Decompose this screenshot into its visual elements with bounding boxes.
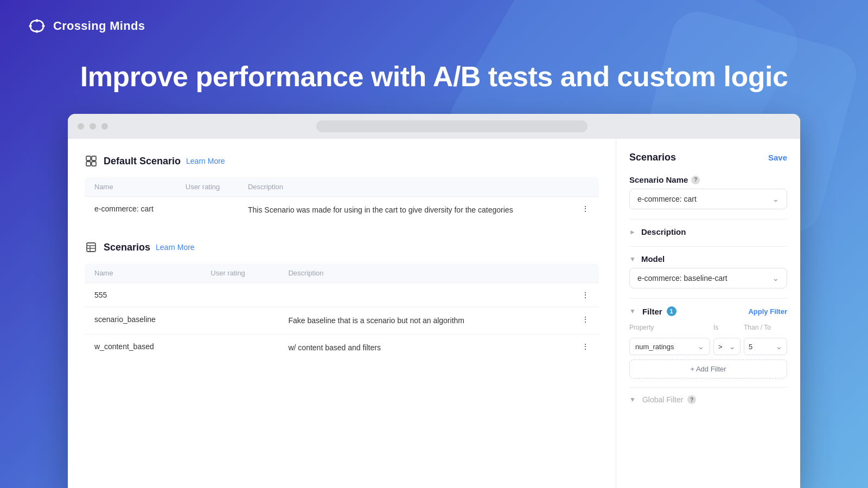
filter-property-value: num_ratings <box>635 343 674 351</box>
filter-is-header: Is <box>713 324 741 331</box>
model-value: e-commerce: baseline-cart <box>637 274 727 282</box>
row-more-btn-content[interactable]: ⋮ <box>560 335 599 362</box>
right-panel: Scenarios Save Scenario Name ? e-commerc… <box>616 139 800 488</box>
svg-point-1 <box>42 25 45 28</box>
scen-desc-baseline: Fake baseline that is a scenario but not… <box>278 307 559 335</box>
scenario-name-select[interactable]: e-commerce: cart ⌄ <box>629 189 787 209</box>
header: Crossing Minds Improve performance with … <box>0 0 868 93</box>
scenarios-table: Name User rating Description 555 ⋮ scen <box>84 263 599 362</box>
filter-row: num_ratings ⌄ > ⌄ 5 ⌄ <box>629 338 787 355</box>
browser-dot-1 <box>78 123 84 130</box>
scenarios-header: Scenarios Learn More <box>84 240 599 254</box>
filter-operator-arrow: ⌄ <box>729 342 736 351</box>
logo-text: Crossing Minds <box>53 19 145 33</box>
scenario-name-value: e-commerce: cart <box>637 195 697 203</box>
default-scenario-title: Default Scenario <box>104 156 181 167</box>
panel-title: Scenarios <box>629 152 676 163</box>
browser-url-bar <box>316 120 588 132</box>
global-filter-info-icon[interactable]: ? <box>687 395 696 404</box>
scenarios-title: Scenarios <box>104 242 150 253</box>
table-row: e-commerce: cart This Scenario was made … <box>85 197 599 224</box>
svg-rect-8 <box>87 243 95 252</box>
divider-3 <box>629 298 787 299</box>
filter-section: ▼ Filter 1 Apply Filter Property Is Than… <box>629 306 787 378</box>
svg-rect-7 <box>92 162 96 166</box>
row-more-btn-555[interactable]: ⋮ <box>560 283 599 307</box>
scen-rating-555 <box>201 283 278 307</box>
default-col-desc: Description <box>238 177 567 197</box>
filter-operator-value: > <box>718 343 723 351</box>
scen-rating-baseline <box>201 307 278 335</box>
model-section: ▼ Model e-commerce: baseline-cart ⌄ <box>629 254 787 288</box>
default-scenario-learn-more[interactable]: Learn More <box>186 157 225 165</box>
default-col-rating: User rating <box>176 177 238 197</box>
divider-1 <box>629 219 787 220</box>
scenario-name-label: Scenario Name <box>629 175 688 184</box>
default-scenario-table: Name User rating Description e-commerce:… <box>84 177 599 224</box>
save-button[interactable]: Save <box>768 153 787 162</box>
description-section: ► Description <box>629 227 787 236</box>
global-filter-expand-arrow: ▼ <box>629 396 636 403</box>
browser-bar <box>68 114 800 139</box>
filter-header: ▼ Filter 1 Apply Filter <box>629 306 787 316</box>
model-label-row[interactable]: ▼ Model <box>629 254 787 264</box>
panel-header: Scenarios Save <box>629 152 787 163</box>
filter-value-value: 5 <box>749 343 752 351</box>
svg-rect-4 <box>86 156 91 160</box>
scen-name-baseline: scenario_baseline <box>85 307 201 335</box>
svg-point-3 <box>36 30 39 33</box>
scen-name-content: w_content_based <box>85 335 201 362</box>
description-label-row[interactable]: ► Description <box>629 227 787 236</box>
filter-label-group: ▼ Filter 1 <box>629 306 676 316</box>
scen-name-555: 555 <box>85 283 201 307</box>
filter-value-select[interactable]: 5 ⌄ <box>744 338 787 355</box>
scenario-name-cell[interactable]: e-commerce: cart <box>85 197 176 224</box>
global-filter-label: Global Filter <box>642 395 683 404</box>
filter-badge: 1 <box>667 306 676 316</box>
filter-label: Filter <box>642 307 662 316</box>
svg-rect-5 <box>92 156 96 160</box>
svg-point-0 <box>29 25 32 28</box>
default-scenario-icon <box>84 154 98 168</box>
scen-desc-content: w/ content based and filters <box>278 335 559 362</box>
add-filter-button[interactable]: + Add Filter <box>629 359 787 378</box>
scen-col-rating: User rating <box>201 264 278 283</box>
model-label: Model <box>641 254 665 264</box>
filter-property-header: Property <box>629 324 710 331</box>
hero-title: Improve performance with A/B tests and c… <box>27 60 841 93</box>
scen-col-name: Name <box>85 264 201 283</box>
scenario-name-label-row: Scenario Name ? <box>629 175 787 184</box>
browser-window: Default Scenario Learn More Name User ra… <box>68 114 800 488</box>
table-row: 555 ⋮ <box>85 283 599 307</box>
filter-collapse-arrow: ▼ <box>629 307 636 315</box>
scen-col-desc: Description <box>278 264 559 283</box>
model-collapse-arrow: ▼ <box>629 255 636 263</box>
model-select[interactable]: e-commerce: baseline-cart ⌄ <box>629 268 787 288</box>
browser-content: Default Scenario Learn More Name User ra… <box>68 139 800 488</box>
filter-property-select[interactable]: num_ratings ⌄ <box>629 338 710 355</box>
scenario-name-info-icon[interactable]: ? <box>691 176 700 184</box>
row-more-btn-baseline[interactable]: ⋮ <box>560 307 599 335</box>
table-row: w_content_based w/ content based and fil… <box>85 335 599 362</box>
logo-icon <box>27 16 47 36</box>
row-more-btn[interactable]: ⋮ <box>567 197 599 224</box>
model-arrow: ⌄ <box>773 274 779 282</box>
browser-dot-3 <box>101 123 108 130</box>
scenario-name-arrow: ⌄ <box>773 195 779 203</box>
filter-property-arrow: ⌄ <box>698 342 704 351</box>
apply-filter-button[interactable]: Apply Filter <box>748 307 787 316</box>
filter-value-arrow: ⌄ <box>776 342 782 351</box>
default-col-name: Name <box>85 177 176 197</box>
scenarios-icon <box>84 240 98 254</box>
svg-rect-6 <box>86 162 91 166</box>
filter-thanto-header: Than / To <box>744 324 787 331</box>
filter-operator-select[interactable]: > ⌄ <box>713 338 741 355</box>
scen-rating-content <box>201 335 278 362</box>
scenario-name-section: Scenario Name ? e-commerce: cart ⌄ <box>629 175 787 209</box>
table-row: scenario_baseline Fake baseline that is … <box>85 307 599 335</box>
description-label: Description <box>641 227 686 236</box>
svg-point-2 <box>36 20 39 22</box>
global-filter-row: ▼ Global Filter ? <box>629 395 787 404</box>
browser-dot-2 <box>90 123 96 130</box>
scenarios-learn-more[interactable]: Learn More <box>156 243 195 252</box>
